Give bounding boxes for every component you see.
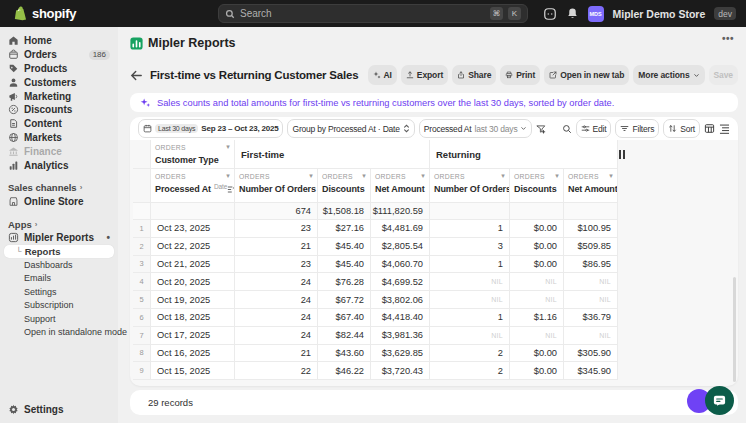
- records-footer: 29 records: [130, 390, 738, 415]
- sidebar-subitem-open-in-standalone-mode[interactable]: Open in standalone mode: [4, 326, 114, 340]
- app-page-title: Mipler Reports: [148, 36, 236, 50]
- value-cell: $3,720.43: [371, 362, 430, 380]
- table-row[interactable]: 1Oct 23, 202523$27.16$4,481.691$0.00$100…: [133, 220, 618, 238]
- search-input[interactable]: Search ⌘ K: [218, 4, 528, 23]
- select-arrows-icon: [403, 124, 410, 133]
- shopify-logo[interactable]: shopify: [0, 5, 76, 22]
- value-cell: $4,418.40: [371, 309, 430, 327]
- column-header[interactable]: ORDERS▾Discounts: [318, 169, 371, 203]
- sidebar-subitem-settings[interactable]: Settings: [4, 285, 114, 299]
- filter-lines-icon: [620, 124, 629, 133]
- filters-button[interactable]: Filters: [615, 119, 659, 138]
- sidebar-item-analytics[interactable]: Analytics: [4, 158, 114, 172]
- more-actions-button[interactable]: More actions: [633, 65, 704, 85]
- group-header-returning[interactable]: Returning: [430, 140, 618, 169]
- sidebar-subitem-reports[interactable]: └Reports: [4, 245, 114, 259]
- sidebar-subitem-label: Open in standalone mode: [24, 327, 127, 337]
- sidebar-item-mipler-reports[interactable]: Mipler Reports •: [4, 231, 114, 245]
- export-button[interactable]: Export: [401, 65, 448, 85]
- column-header[interactable]: ORDERS▾Net Amount: [564, 169, 618, 203]
- sort-button[interactable]: Sort: [663, 119, 700, 138]
- column-header[interactable]: ORDERS▾Processed AtDate: [151, 169, 235, 203]
- column-header[interactable]: ORDERS▾Number Of Orders: [430, 169, 510, 203]
- gear-icon: [8, 404, 19, 415]
- value-cell: 22: [235, 362, 318, 380]
- table-search-icon[interactable]: [562, 124, 572, 134]
- value-cell: $67.72: [318, 291, 371, 309]
- value-cell: $45.40: [318, 238, 371, 256]
- sidebar-item-customers[interactable]: Customers: [4, 75, 114, 89]
- value-cell: $86.95: [564, 256, 618, 274]
- value-cell: $509.85: [564, 238, 618, 256]
- table-row[interactable]: 8Oct 16, 202521$43.60$3,629.852$0.00$305…: [133, 345, 618, 363]
- sidebar-subitem-subscription[interactable]: Subscription: [4, 299, 114, 313]
- chat-widget-button[interactable]: [705, 386, 734, 415]
- sidebar-subitem-label: Subscription: [24, 300, 74, 310]
- sidebar-subitem-support[interactable]: Support: [4, 312, 114, 326]
- table-row[interactable]: 5Oct 19, 202524$67.72$3,802.06NILNILNIL: [133, 291, 618, 309]
- value-cell: $0.00: [510, 256, 564, 274]
- date-cell: Oct 19, 2025: [151, 291, 235, 309]
- sidebar-item-products[interactable]: Products: [4, 62, 114, 76]
- sidebar-subitem-emails[interactable]: Emails: [4, 272, 114, 286]
- sidebar-item-finance[interactable]: Finance: [4, 144, 114, 158]
- page-overflow-menu[interactable]: •••: [722, 33, 734, 44]
- store-avatar[interactable]: MDS: [588, 6, 604, 22]
- date-cell: Oct 18, 2025: [151, 309, 235, 327]
- sidebar-subitem-dashboards[interactable]: Dashboards: [4, 258, 114, 272]
- column-resize-handle[interactable]: [619, 150, 625, 159]
- sidebar-item-orders[interactable]: Orders186: [4, 48, 114, 62]
- save-button[interactable]: Save: [709, 65, 738, 85]
- vertical-scrollbar[interactable]: [733, 277, 736, 382]
- store-name[interactable]: Mipler Demo Store: [613, 8, 706, 20]
- edit-button[interactable]: Edit: [576, 119, 612, 138]
- sidebar-item-content[interactable]: Content: [4, 117, 114, 131]
- sidekick-icon[interactable]: [543, 7, 557, 21]
- report-description-banner: Sales counts and total amounts for first…: [130, 93, 738, 112]
- column-header[interactable]: ORDERS▾Net Amount: [371, 169, 430, 203]
- value-cell: 24: [235, 309, 318, 327]
- table-view-icon[interactable]: [704, 123, 715, 134]
- value-cell: $4,481.69: [371, 220, 430, 238]
- notifications-bell-icon[interactable]: [566, 7, 579, 20]
- share-button[interactable]: Share: [452, 65, 496, 85]
- row-number-header: [133, 169, 151, 203]
- pivot-view-icon[interactable]: [719, 123, 730, 134]
- ai-button[interactable]: AI: [368, 65, 397, 85]
- group-by-select[interactable]: Group by Processed At · Date: [287, 119, 414, 138]
- main-content: Mipler Reports ••• First-time vs Returni…: [118, 27, 746, 423]
- value-cell: $4,060.70: [371, 256, 430, 274]
- table-row[interactable]: 7Oct 17, 202524$82.44$3,981.36NILNILNIL: [133, 327, 618, 345]
- print-button[interactable]: Print: [500, 65, 540, 85]
- table-row[interactable]: 3Oct 21, 202523$45.40$4,060.701$0.00$86.…: [133, 256, 618, 274]
- sales-channels-header[interactable]: Sales channels›: [0, 181, 118, 195]
- add-filter-icon[interactable]: [536, 124, 546, 134]
- summary-value: [510, 203, 564, 220]
- share-icon: [457, 71, 465, 79]
- open-new-tab-button[interactable]: Open in new tab: [544, 65, 629, 85]
- date-range-button[interactable]: Last 30 days Sep 23 – Oct 23, 2025: [138, 119, 283, 138]
- products-icon: [8, 63, 19, 74]
- column-header[interactable]: ORDERS▾Number Of Orders: [235, 169, 318, 203]
- sidebar-subitem-label: Support: [24, 314, 56, 324]
- sidebar-item-home[interactable]: Home: [4, 34, 114, 48]
- sidebar-item-markets[interactable]: Markets: [4, 131, 114, 145]
- table-row[interactable]: 6Oct 18, 202524$67.40$4,418.401$1.16$36.…: [133, 309, 618, 327]
- sidebar-item-marketing[interactable]: Marketing: [4, 89, 114, 103]
- column-header[interactable]: ORDERS▾Discounts: [510, 169, 564, 203]
- filter-processed-at-button[interactable]: Processed At last 30 days: [419, 119, 533, 138]
- apps-header[interactable]: Apps›: [0, 217, 118, 231]
- table-row[interactable]: 2Oct 22, 202521$45.40$2,805.543$0.00$509…: [133, 238, 618, 256]
- table-row[interactable]: 9Oct 15, 202522$46.22$3,720.432$0.00$345…: [133, 362, 618, 380]
- sidebar-item-online-store[interactable]: Online Store: [4, 194, 114, 208]
- value-cell: $0.00: [510, 345, 564, 363]
- column-header[interactable]: ORDERS▾Customer Type: [151, 140, 235, 169]
- group-header-first-time[interactable]: First-time: [235, 140, 430, 169]
- sidebar-item-discounts[interactable]: Discounts: [4, 103, 114, 117]
- chevron-right-icon: ›: [35, 220, 38, 229]
- back-arrow-icon[interactable]: [130, 70, 143, 81]
- table-row[interactable]: 4Oct 20, 202524$76.28$4,699.52NILNILNIL: [133, 273, 618, 291]
- value-cell: 2: [430, 362, 510, 380]
- sidebar-item-settings[interactable]: Settings: [4, 402, 114, 416]
- value-cell: NIL: [430, 291, 510, 309]
